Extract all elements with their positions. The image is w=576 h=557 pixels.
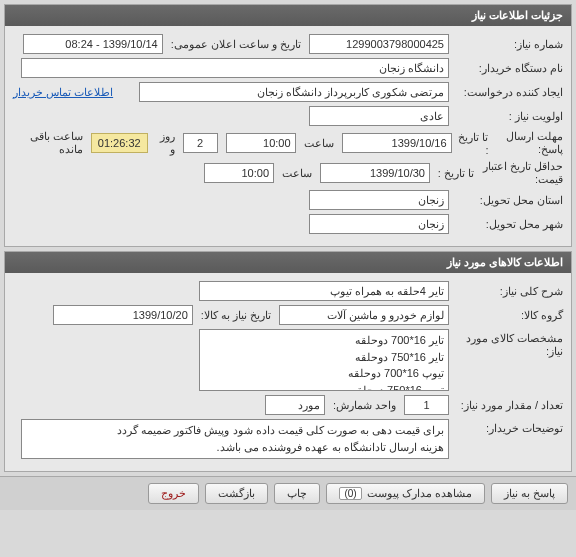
delivery-city-label: شهر محل تحویل:: [453, 218, 563, 231]
reply-time-label: ساعت: [300, 137, 338, 150]
delivery-city-input[interactable]: [309, 214, 449, 234]
back-button[interactable]: بازگشت: [205, 483, 268, 504]
goods-info-body: شرح کلی نیاز: گروه کالا: تاریخ نیاز به ک…: [5, 273, 571, 471]
view-docs-button[interactable]: مشاهده مدارک پیوست (0): [326, 483, 484, 504]
exit-button[interactable]: خروج: [148, 483, 199, 504]
announce-input[interactable]: [23, 34, 163, 54]
countdown-timer: 01:26:32: [91, 133, 148, 153]
requester-label: ایجاد کننده درخواست:: [453, 86, 563, 99]
general-desc-label: شرح کلی نیاز:: [453, 285, 563, 298]
qty-input[interactable]: [404, 395, 449, 415]
buyer-notes-label: توضیحات خریدار:: [453, 419, 563, 435]
days-remaining-input: [183, 133, 218, 153]
validity-time-label: ساعت: [278, 167, 316, 180]
qty-label: تعداد / مقدار مورد نیاز:: [453, 399, 563, 412]
respond-button[interactable]: پاسخ به نیاز: [491, 483, 568, 504]
docs-count-badge: (0): [339, 487, 361, 500]
remaining-label: ساعت باقی مانده: [13, 130, 87, 156]
need-info-panel: جزئیات اطلاعات نیاز شماره نیاز: تاریخ و …: [4, 4, 572, 247]
delivery-province-label: استان محل تحویل:: [453, 194, 563, 207]
reply-deadline-label: مهلت ارسال پاسخ:: [492, 130, 563, 156]
general-desc-input[interactable]: [199, 281, 449, 301]
goods-info-panel: اطلاعات کالاهای مورد نیاز شرح کلی نیاز: …: [4, 251, 572, 472]
buyer-org-input[interactable]: [21, 58, 449, 78]
need-by-label: تاریخ نیاز به کالا:: [197, 309, 275, 322]
reply-time-input[interactable]: [226, 133, 296, 153]
specs-label: مشخصات کالای مورد نیاز:: [453, 329, 563, 358]
need-by-input[interactable]: [53, 305, 193, 325]
need-no-label: شماره نیاز:: [453, 38, 563, 51]
need-info-header: جزئیات اطلاعات نیاز: [5, 5, 571, 26]
goods-info-header: اطلاعات کالاهای مورد نیاز: [5, 252, 571, 273]
buyer-contact-link[interactable]: اطلاعات تماس خریدار: [13, 86, 113, 99]
view-docs-label: مشاهده مدارک پیوست: [367, 487, 472, 499]
goods-group-label: گروه کالا:: [453, 309, 563, 322]
buyer-notes-textarea[interactable]: [21, 419, 449, 459]
to-date-label-2: تا تاریخ :: [434, 167, 474, 180]
reply-date-input[interactable]: [342, 133, 452, 153]
specs-textarea[interactable]: [199, 329, 449, 391]
need-info-body: شماره نیاز: تاریخ و ساعت اعلان عمومی: نا…: [5, 26, 571, 246]
validity-date-input[interactable]: [320, 163, 430, 183]
unit-input[interactable]: [265, 395, 325, 415]
need-no-input[interactable]: [309, 34, 449, 54]
delivery-province-input[interactable]: [309, 190, 449, 210]
priority-label: اولویت نیاز :: [453, 110, 563, 123]
goods-group-input[interactable]: [279, 305, 449, 325]
buyer-org-label: نام دستگاه خریدار:: [453, 62, 563, 75]
to-date-label-1: تا تاریخ :: [456, 131, 489, 156]
announce-label: تاریخ و ساعت اعلان عمومی:: [167, 38, 305, 51]
validity-label: حداقل تاریخ اعتبار قیمت:: [478, 160, 563, 186]
day-label: روز و: [152, 130, 179, 156]
validity-time-input[interactable]: [204, 163, 274, 183]
print-button[interactable]: چاپ: [274, 483, 320, 504]
button-bar: پاسخ به نیاز مشاهده مدارک پیوست (0) چاپ …: [0, 476, 576, 510]
requester-input[interactable]: [139, 82, 449, 102]
priority-input[interactable]: [309, 106, 449, 126]
unit-label: واحد شمارش:: [329, 399, 400, 412]
